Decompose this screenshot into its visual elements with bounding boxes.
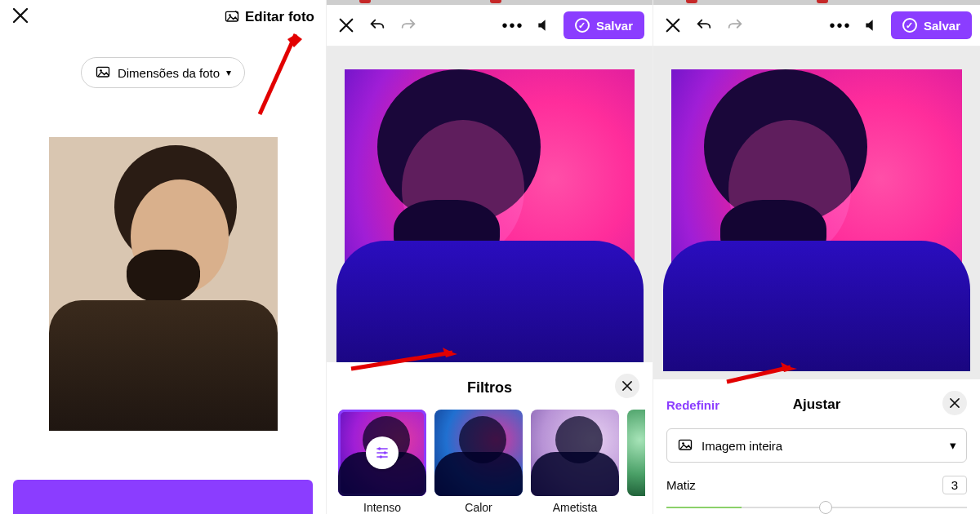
volume-icon [863,17,880,33]
adjust-title: Ajustar [793,397,841,413]
canvas-area[interactable] [327,47,653,362]
more-icon: ••• [829,16,851,35]
hue-value[interactable]: 3 [942,476,967,494]
undo-button[interactable] [693,14,715,37]
redo-button[interactable] [397,14,420,37]
chevron-down-icon: ▾ [226,67,231,78]
undo-icon [695,16,713,34]
close-panel-button[interactable] [942,391,967,415]
canvas-image[interactable] [345,69,635,357]
screen-edit-photo-entry: Editar foto Dimensões da foto ▾ [0,0,327,514]
redo-icon [726,16,744,34]
dimensions-button[interactable]: Dimensões da foto ▾ [81,57,245,88]
filter-label: Calor [465,501,492,514]
edit-photo-button[interactable]: Editar foto [224,9,314,25]
scope-select[interactable]: Imagem inteira ▾ [666,428,967,463]
redo-button[interactable] [724,14,746,37]
image-edit-icon [224,9,240,25]
svg-marker-5 [287,34,302,47]
close-panel-button[interactable] [615,374,639,398]
hue-label: Matiz [666,478,696,492]
save-button[interactable]: ✓ Salvar [891,11,972,39]
filter-thumb [531,410,619,496]
close-icon [665,17,681,33]
filter-label: Intenso [363,501,401,514]
close-button[interactable] [335,14,358,37]
status-bar [653,0,980,5]
primary-cta-bar[interactable] [13,480,313,514]
check-circle-icon: ✓ [902,18,917,33]
save-label: Salvar [596,19,633,33]
filter-item-ametista[interactable]: Ametista [531,410,619,514]
filter-item-calor[interactable]: Calor [434,410,523,514]
scope-label: Imagem inteira [702,439,782,453]
filters-header: Filtros [327,375,653,400]
editor-topbar: ••• ✓ Salvar [653,5,980,47]
portrait-illustration [671,69,962,357]
canvas-image[interactable] [671,69,962,357]
status-bar [327,0,653,5]
volume-button[interactable] [860,14,883,37]
edit-photo-label: Editar foto [245,9,314,25]
redo-icon [399,16,417,34]
check-circle-icon: ✓ [575,18,590,33]
dimensions-label: Dimensões da foto [118,66,220,80]
top-row: Editar foto [0,0,326,34]
sliders-icon [374,445,390,461]
filter-item-intenso[interactable]: Intenso [338,410,426,514]
photo-preview-area [0,88,326,480]
more-icon: ••• [501,16,523,35]
screen-adjust: ••• ✓ Salvar Redefinir Ajustar [653,0,980,514]
canvas-area[interactable] [653,47,980,379]
filter-adjust-knob[interactable] [366,436,399,469]
filters-title: Filtros [467,379,512,397]
close-icon [949,397,960,409]
filter-thumb [434,410,523,496]
image-icon [95,64,111,81]
close-button[interactable] [662,14,684,37]
volume-button[interactable] [532,14,555,37]
save-button[interactable]: ✓ Salvar [564,11,644,39]
dimensions-row: Dimensões da foto ▾ [0,57,326,88]
image-icon [677,437,693,454]
filters-panel: Filtros Intenso Calor Amet [327,362,653,514]
svg-point-8 [380,455,382,458]
filter-label: Ametista [553,501,597,514]
reset-button[interactable]: Redefinir [666,398,719,412]
close-icon [338,17,354,33]
portrait-illustration [49,137,278,431]
volume-icon [536,17,552,33]
editor-topbar: ••• ✓ Salvar [327,5,653,47]
close-icon [11,7,29,24]
undo-button[interactable] [366,14,389,37]
photo-preview[interactable] [49,137,278,431]
undo-icon [368,16,386,34]
filter-thumb [627,410,645,496]
more-button[interactable]: ••• [829,14,852,37]
filter-thumb [338,410,426,496]
hue-row: Matiz 3 [666,476,967,494]
close-icon [621,380,633,392]
slider-thumb[interactable] [819,501,832,514]
more-button[interactable]: ••• [501,14,524,37]
filter-item-next[interactable] [627,410,645,514]
svg-point-7 [384,451,386,454]
close-button[interactable] [11,7,29,28]
chevron-down-icon: ▾ [950,438,956,453]
save-label: Salvar [924,19,960,33]
screen-filters: ••• ✓ Salvar Filtros [327,0,653,514]
slider-track [666,507,967,508]
filter-list[interactable]: Intenso Calor Ametista [327,410,653,514]
portrait-illustration [345,69,635,357]
adjust-header: Redefinir Ajustar [666,392,967,417]
hue-slider[interactable] [666,501,967,514]
adjust-panel: Redefinir Ajustar Imagem inteira ▾ Matiz… [653,379,980,514]
svg-point-6 [378,447,381,450]
